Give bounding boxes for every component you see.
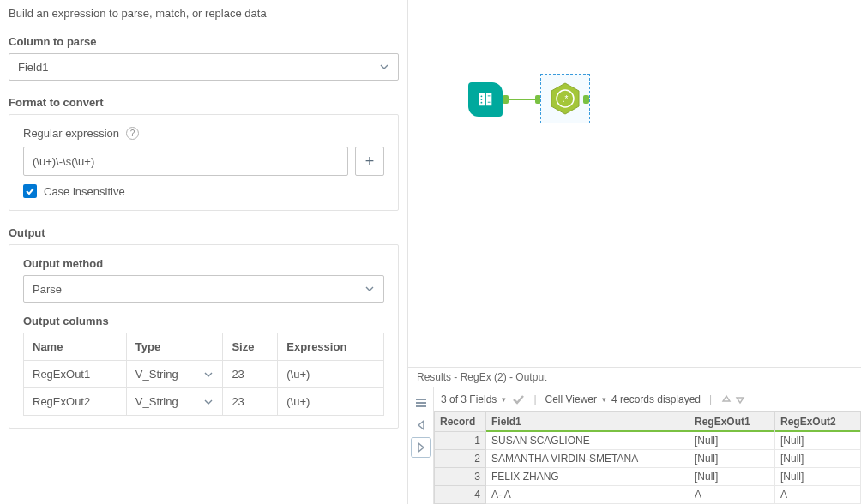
- dropdown-icon[interactable]: ▾: [502, 395, 506, 404]
- help-icon[interactable]: ?: [126, 127, 139, 140]
- regexout2-header[interactable]: RegExOut2: [774, 412, 860, 432]
- col-type-header: Type: [126, 333, 223, 361]
- svg-point-2: [481, 102, 483, 104]
- config-heading: Build an expression to parse, match, or …: [9, 7, 399, 20]
- col-expression-cell: (\u+): [278, 388, 384, 416]
- regex-input[interactable]: [23, 147, 348, 176]
- output-panel: Output method Parse Output columns Name …: [9, 244, 399, 429]
- col-name-header: Name: [24, 333, 127, 361]
- svg-text:.*: .*: [563, 94, 569, 104]
- svg-rect-10: [416, 402, 426, 404]
- output-method-label: Output method: [23, 257, 384, 270]
- input-data-tab[interactable]: [411, 415, 431, 435]
- messages-tab[interactable]: [411, 393, 431, 413]
- svg-rect-5: [488, 102, 491, 103]
- col-expression-cell: (\u+): [278, 361, 384, 388]
- arrow-down-icon[interactable]: [734, 393, 746, 405]
- add-expression-button[interactable]: +: [355, 147, 384, 176]
- col-type-cell[interactable]: V_String: [126, 388, 223, 416]
- table-row[interactable]: RegExOut2 V_String 23 (\u+): [24, 388, 384, 416]
- column-to-parse-label: Column to parse: [9, 35, 399, 48]
- column-to-parse-value: Field1: [18, 61, 48, 74]
- chevron-down-icon: [203, 369, 214, 380]
- col-size-header: Size: [223, 333, 278, 361]
- output-data-tab[interactable]: [411, 437, 431, 458]
- results-header: Results - RegEx (2) - Output: [408, 367, 861, 387]
- regex-tool[interactable]: .*: [548, 81, 582, 116]
- svg-rect-9: [416, 399, 426, 400]
- col-size-cell[interactable]: 23: [223, 388, 278, 416]
- results-title: Results - RegEx (2) - Output: [417, 371, 546, 383]
- case-insensitive-checkbox[interactable]: [23, 184, 37, 198]
- table-row[interactable]: 1 SUSAN SCAGLIONE [Null] [Null]: [435, 432, 861, 450]
- svg-point-1: [481, 99, 483, 100]
- table-row[interactable]: RegExOut1 V_String 23 (\u+): [24, 361, 384, 388]
- results-data-table: Record Field1 RegExOut1 RegExOut2 1 SUSA…: [434, 411, 861, 504]
- output-label: Output: [9, 226, 399, 239]
- svg-point-0: [481, 95, 483, 97]
- case-insensitive-label: Case insensitive: [44, 185, 125, 198]
- chevron-down-icon: [379, 62, 389, 72]
- svg-rect-11: [416, 405, 426, 407]
- format-panel: Regular expression ? + Case insensitive: [9, 114, 399, 211]
- output-anchor[interactable]: [583, 95, 589, 104]
- regexout1-header[interactable]: RegExOut1: [689, 412, 775, 432]
- col-name-cell[interactable]: RegExOut2: [24, 388, 127, 416]
- svg-rect-3: [488, 95, 491, 96]
- results-side-tabs: [408, 387, 434, 504]
- input-tool[interactable]: [468, 82, 503, 117]
- field1-header[interactable]: Field1: [486, 412, 689, 432]
- col-type-cell[interactable]: V_String: [126, 361, 223, 388]
- records-displayed: 4 records displayed: [611, 393, 701, 405]
- output-columns-table: Name Type Size Expression RegExOut1 V_St…: [23, 333, 384, 416]
- col-expression-header: Expression: [278, 333, 384, 361]
- arrow-up-icon[interactable]: [720, 393, 732, 405]
- output-method-value: Parse: [33, 283, 62, 296]
- check-icon[interactable]: [511, 393, 525, 406]
- cell-viewer-label[interactable]: Cell Viewer: [545, 393, 597, 405]
- output-method-dropdown[interactable]: Parse: [23, 275, 384, 303]
- dropdown-icon[interactable]: ▾: [602, 395, 606, 404]
- col-size-cell[interactable]: 23: [223, 361, 278, 388]
- col-name-cell[interactable]: RegExOut1: [24, 361, 127, 388]
- results-toolbar: 3 of 3 Fields ▾ | Cell Viewer ▾ 4 record…: [434, 387, 861, 411]
- chevron-down-icon: [203, 397, 214, 407]
- table-row[interactable]: 2 SAMANTHA VIRDIN-SMETANA [Null] [Null]: [435, 450, 861, 468]
- svg-rect-4: [488, 99, 491, 99]
- workflow-canvas[interactable]: .*: [408, 0, 861, 367]
- column-to-parse-dropdown[interactable]: Field1: [9, 53, 399, 81]
- table-row[interactable]: 3 FELIX ZHANG [Null] [Null]: [435, 468, 861, 486]
- book-icon: [476, 90, 495, 109]
- chevron-down-icon: [364, 284, 375, 294]
- table-row[interactable]: 4 A- A A A: [435, 486, 861, 504]
- format-label: Format to convert: [9, 96, 399, 109]
- fields-count[interactable]: 3 of 3 Fields: [441, 393, 497, 405]
- record-header[interactable]: Record: [435, 412, 486, 432]
- output-columns-label: Output columns: [23, 315, 384, 327]
- regex-label: Regular expression: [23, 127, 119, 140]
